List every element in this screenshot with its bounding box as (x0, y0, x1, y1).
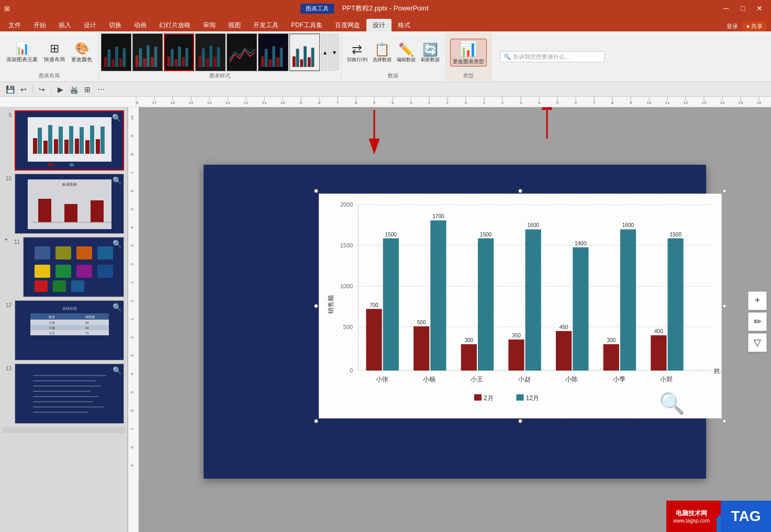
svg-text:小赵: 小赵 (518, 375, 531, 382)
maximize-button[interactable]: □ (735, 3, 750, 14)
slide-10-zoom-icon[interactable]: 🔍 (113, 176, 121, 185)
tab-design-ppt[interactable]: 设计 (77, 19, 103, 31)
slide-13-zoom-icon[interactable]: 🔍 (113, 366, 121, 375)
handle-bottom[interactable] (518, 419, 522, 423)
share-button[interactable]: ♦ 共享 (742, 21, 767, 31)
chart-style-2[interactable] (132, 33, 163, 71)
chart-style-3[interactable] (164, 33, 194, 71)
svg-text:2: 2 (428, 100, 431, 105)
slide-12-preview[interactable]: 表格标题 姓名 销售额 小张 88 小杨 96 小王 75 🔍 (15, 300, 124, 360)
tab-pdf[interactable]: PDF工具集 (285, 19, 329, 31)
tab-review[interactable]: 审阅 (197, 19, 222, 31)
refresh-data-button[interactable]: 🔄 刷新数据 (419, 41, 441, 64)
chart-styles-scroll-up[interactable]: ▲ (321, 34, 329, 71)
slide-12-zoom-icon[interactable]: 🔍 (113, 303, 121, 311)
svg-rect-160 (91, 200, 104, 222)
slide-9-preview[interactable]: 2月 12月 🔍 (15, 110, 124, 171)
tab-animation[interactable]: 动画 (128, 19, 153, 31)
chart-style-6[interactable] (258, 33, 288, 71)
change-color-button[interactable]: 🎨 更改颜色 (69, 41, 94, 64)
chart-style-7[interactable] (289, 33, 320, 71)
chart-styles-scroll-down[interactable]: ▼ (330, 34, 339, 71)
svg-rect-158 (38, 199, 51, 222)
svg-text:销售额: 销售额 (85, 315, 95, 319)
chart-style-5[interactable] (227, 33, 257, 71)
svg-rect-227 (508, 339, 524, 370)
svg-text:标准图表: 标准图表 (62, 183, 77, 186)
tab-slideshow[interactable]: 幻灯片放映 (153, 19, 197, 31)
slide-edit-button[interactable]: ✏ (748, 312, 767, 331)
svg-text:小王: 小王 (49, 332, 55, 335)
save-button[interactable]: 💾 (4, 84, 16, 95)
tab-file[interactable]: 文件 (2, 19, 27, 31)
svg-text:小陈: 小陈 (565, 375, 578, 382)
change-chart-type-button[interactable]: 📊 更改图表类型 (450, 39, 487, 66)
tab-insert[interactable]: 插入 (52, 19, 77, 31)
redo-button[interactable]: ↪ (36, 84, 48, 95)
slide-11-zoom-icon[interactable]: 🔍 (113, 240, 121, 248)
svg-rect-163 (35, 246, 50, 259)
svg-text:0: 0 (130, 299, 135, 302)
change-chart-type-icon: 📊 (459, 40, 477, 58)
handle-bottom-right[interactable] (722, 419, 727, 423)
add-chart-element-button[interactable]: 📊 添加图表元素 (4, 41, 40, 64)
tab-view[interactable]: 视图 (222, 19, 247, 31)
chart-wrapper[interactable]: 销售额 2000 1500 1000 (316, 191, 724, 421)
svg-text:9: 9 (130, 464, 135, 467)
tab-baidu[interactable]: 百度网盘 (329, 19, 366, 31)
ruler-scale: 18 17 16 15 14 13 12 11 10 9 8 7 6 5 4 3… (136, 97, 771, 107)
svg-text:96: 96 (85, 326, 89, 330)
presentation-start-button[interactable]: ▶ (54, 84, 66, 95)
handle-left[interactable] (314, 304, 318, 308)
slide-10-preview[interactable]: 标准图表 🔍 (15, 174, 124, 234)
close-button[interactable]: ✕ (752, 3, 767, 14)
svg-rect-242 (651, 335, 666, 370)
slide-9-number: 9 (3, 110, 12, 118)
title-bar-title: PPT教程2.pptx - PowerPoint (342, 4, 429, 13)
svg-rect-244 (667, 238, 683, 370)
login-link[interactable]: 登录 (727, 22, 738, 30)
slide-13-thumb[interactable]: 13 🔍 (3, 364, 124, 424)
slides-scrollbar[interactable] (2, 427, 125, 433)
tab-home[interactable]: 开始 (27, 19, 52, 31)
view-options-button[interactable]: ⊞ (82, 84, 93, 95)
slide-filter-button[interactable]: ▽ (748, 333, 767, 352)
slide-10-thumb[interactable]: 10 标准图表 🔍 (3, 174, 124, 234)
search-bar[interactable]: 🔍 告诉我您想要做什么... (500, 51, 605, 62)
switch-row-col-button[interactable]: ⇄ 切换行/列 (345, 41, 369, 64)
quick-layout-button[interactable]: ⊞ 快速布局 (42, 41, 67, 64)
main-layout: 10 9 8 7 6 5 4 3 2 1 0 1 2 3 4 5 6 7 8 9 (0, 107, 771, 532)
qa-more-button[interactable]: ⋯ (95, 84, 107, 95)
undo-button[interactable]: ↩ (18, 84, 29, 95)
minimize-button[interactable]: ─ (719, 3, 733, 14)
chart-style-1[interactable] (101, 33, 131, 71)
svg-rect-199 (321, 194, 719, 418)
handle-right[interactable] (722, 304, 727, 308)
handle-top-right[interactable] (722, 189, 727, 193)
slide-9-zoom-icon[interactable]: 🔍 (112, 114, 121, 122)
quick-access-toolbar: 💾 ↩ ↪ ▶ 🖨️ ⊞ ⋯ (0, 82, 771, 97)
svg-rect-153 (70, 163, 74, 166)
tab-transition[interactable]: 切换 (103, 19, 128, 31)
slide-11-preview[interactable]: 🔍 (23, 237, 124, 297)
svg-text:10: 10 (647, 100, 652, 105)
watermark: 电脑技术网 www.tagxp.com TAG (666, 501, 771, 532)
tab-developer[interactable]: 开发工具 (247, 19, 285, 31)
svg-text:2月: 2月 (484, 394, 494, 401)
slide-add-button[interactable]: + (748, 291, 767, 310)
slide-12-thumb[interactable]: 12 表格标题 姓名 销售额 小张 88 小杨 96 小王 (3, 300, 124, 360)
slide-9-thumb[interactable]: 9 (3, 110, 124, 171)
slide-13-preview[interactable]: 🔍 (15, 364, 124, 424)
edit-data-button[interactable]: ✏️ 编辑数据 (395, 41, 417, 64)
handle-top[interactable] (518, 189, 522, 193)
bar-chart-svg: 销售额 2000 1500 1000 (319, 194, 721, 418)
print-button[interactable]: 🖨️ (68, 84, 80, 95)
tab-design[interactable]: 设计 (366, 19, 392, 31)
handle-bottom-left[interactable] (314, 419, 318, 423)
chart-style-4[interactable] (195, 33, 226, 71)
slide-11-thumb[interactable]: ✦ 11 🔍 (3, 237, 124, 297)
select-data-button[interactable]: 📋 选择数据 (371, 41, 393, 64)
tab-format[interactable]: 格式 (392, 19, 417, 31)
svg-rect-138 (38, 128, 42, 154)
handle-top-left[interactable] (314, 189, 318, 193)
